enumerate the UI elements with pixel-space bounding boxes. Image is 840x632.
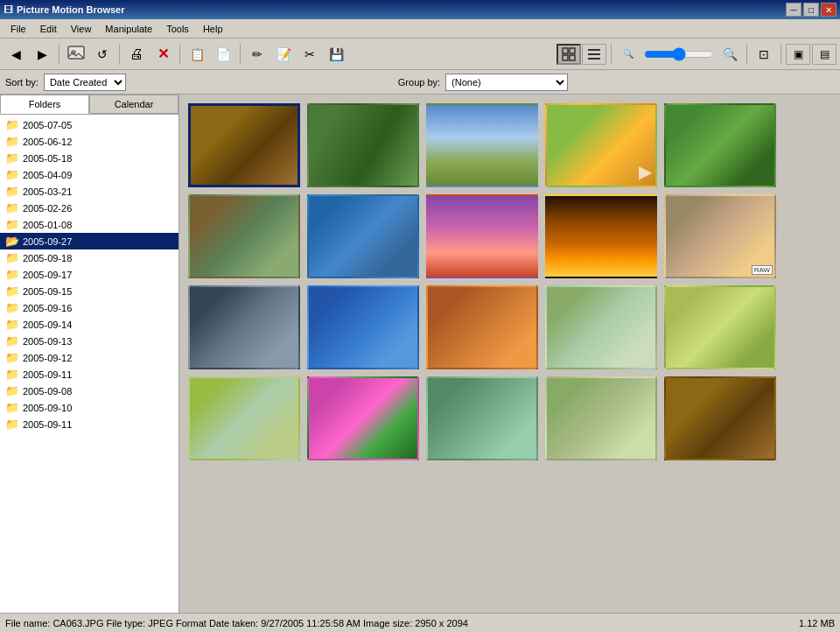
raw-badge: RAW: [752, 265, 773, 275]
folder-item[interactable]: 📁2005-09-15: [0, 283, 178, 299]
folder-icon: 📁: [5, 418, 19, 431]
forward-button[interactable]: ▶: [30, 42, 54, 67]
folder-icon: 📁: [5, 251, 19, 264]
folder-item-selected[interactable]: 📂2005-09-27: [0, 233, 178, 249]
list-view-button[interactable]: [582, 44, 606, 65]
folder-item[interactable]: 📁2005-09-08: [0, 383, 178, 399]
folder-icon: 📁: [5, 384, 19, 397]
thumbnail-10[interactable]: RAW: [664, 194, 776, 278]
sidebar-list[interactable]: 📁2005-07-05 📁2005-06-12 📁2005-05-18 📁200…: [0, 115, 178, 613]
menu-tools[interactable]: Tools: [159, 22, 196, 36]
svg-rect-2: [563, 48, 568, 53]
close-button[interactable]: ✕: [821, 3, 836, 17]
folder-item[interactable]: 📁2005-07-05: [0, 116, 178, 133]
sidebar: Folders Calendar 📁2005-07-05 📁2005-06-12…: [0, 95, 179, 613]
thumbnail-6[interactable]: [188, 194, 300, 278]
folder-item[interactable]: 📁2005-01-08: [0, 216, 178, 233]
folder-icon: 📁: [5, 368, 19, 381]
small-size-button[interactable]: 🔍: [616, 42, 640, 67]
folder-item[interactable]: 📁2005-03-21: [0, 183, 178, 200]
thumbnail-18[interactable]: [426, 376, 538, 460]
menu-edit[interactable]: Edit: [33, 22, 64, 36]
minimize-button[interactable]: ─: [786, 3, 802, 17]
main-area: Folders Calendar 📁2005-07-05 📁2005-06-12…: [0, 95, 840, 613]
thumbnail-2[interactable]: [307, 103, 419, 187]
thumbnail-7[interactable]: [307, 194, 419, 278]
folder-item[interactable]: 📁2005-09-18: [0, 249, 178, 266]
thumbnail-area[interactable]: ▶ RAW: [179, 95, 840, 613]
menu-help[interactable]: Help: [196, 22, 230, 36]
thumbnail-17[interactable]: [307, 376, 419, 460]
folder-item[interactable]: 📁2005-09-14: [0, 316, 178, 333]
thumbnail-16[interactable]: [188, 376, 300, 460]
thumbnail-5[interactable]: [664, 103, 776, 187]
split-view-button[interactable]: ▣: [786, 44, 810, 65]
thumbnail-20[interactable]: [664, 376, 776, 460]
copy-button[interactable]: 📋: [185, 42, 209, 67]
video-badge: ▶: [639, 161, 652, 182]
thumbnail-12[interactable]: [307, 285, 419, 369]
folder-item[interactable]: 📁2005-05-18: [0, 150, 178, 166]
thumbnail-9[interactable]: [545, 194, 657, 278]
folder-item[interactable]: 📁2005-09-16: [0, 299, 178, 316]
export-button[interactable]: 💾: [324, 42, 348, 67]
folder-item[interactable]: 📁2005-09-17: [0, 266, 178, 283]
thumbnail-4[interactable]: ▶: [545, 103, 657, 187]
folder-icon: 📁: [5, 201, 19, 214]
tab-folders[interactable]: Folders: [0, 95, 89, 114]
svg-point-1: [71, 50, 76, 55]
back-button[interactable]: ◀: [4, 42, 28, 67]
rotate-button[interactable]: ↺: [90, 42, 115, 67]
size-slider[interactable]: [644, 47, 714, 61]
folder-item[interactable]: 📁2005-06-12: [0, 133, 178, 150]
thumbnail-13[interactable]: [426, 285, 538, 369]
folder-icon: 📁: [5, 334, 19, 348]
menu-manipulate[interactable]: Manipulate: [98, 22, 159, 36]
folder-item[interactable]: 📁2005-02-26: [0, 200, 178, 216]
thumbnail-14[interactable]: [545, 285, 657, 369]
edit2-button[interactable]: 📝: [271, 42, 296, 67]
delete-button[interactable]: ✕: [150, 42, 175, 67]
folder-icon: 📁: [5, 168, 19, 181]
menu-view[interactable]: View: [64, 22, 99, 36]
grid-view-button[interactable]: [556, 44, 581, 65]
folder-item[interactable]: 📁2005-09-13: [0, 333, 178, 349]
thumbnail-19[interactable]: [545, 376, 657, 460]
paste-button[interactable]: 📄: [211, 42, 235, 67]
view-toggles: [556, 44, 606, 65]
import-button[interactable]: [64, 42, 88, 67]
folder-icon-selected: 📂: [5, 235, 19, 248]
statusbar: File name: CA063.JPG File type: JPEG For…: [0, 613, 840, 632]
folder-icon: 📁: [5, 351, 19, 364]
title-text: Picture Motion Browser: [17, 4, 786, 15]
folder-icon: 📁: [5, 268, 19, 281]
edit1-button[interactable]: ✏: [245, 42, 270, 67]
thumbnail-1[interactable]: [188, 103, 300, 187]
sort-select[interactable]: Date Created File Name File Size Date Mo…: [44, 74, 126, 91]
folder-item[interactable]: 📁2005-04-09: [0, 166, 178, 183]
thumbnail-3[interactable]: [426, 103, 538, 187]
trim-button[interactable]: ✂: [298, 42, 322, 67]
thumbnail-15[interactable]: [664, 285, 776, 369]
titlebar: 🎞 Picture Motion Browser ─ □ ✕: [0, 0, 840, 19]
print-button[interactable]: 🖨: [124, 42, 149, 67]
fullscreen-button[interactable]: ⊡: [752, 42, 776, 67]
strip-view-button[interactable]: ▤: [812, 44, 836, 65]
maximize-button[interactable]: □: [803, 3, 819, 17]
folder-icon: 📁: [5, 318, 19, 331]
thumbnail-8[interactable]: [426, 194, 538, 278]
thumbnail-11[interactable]: [188, 285, 300, 369]
tab-calendar[interactable]: Calendar: [89, 95, 178, 114]
group-label: Group by:: [398, 77, 440, 88]
sidebar-tabs: Folders Calendar: [0, 95, 178, 115]
folder-item[interactable]: 📁2005-09-12: [0, 349, 178, 366]
folder-item[interactable]: 📁2005-09-11: [0, 416, 178, 432]
menu-file[interactable]: File: [4, 22, 33, 36]
large-size-button[interactable]: 🔍: [718, 42, 742, 67]
folder-item[interactable]: 📁2005-09-10: [0, 399, 178, 416]
folder-icon: 📁: [5, 284, 19, 298]
group-select[interactable]: (None) Date Folder Rating: [445, 74, 568, 91]
svg-rect-3: [570, 48, 575, 53]
folder-item[interactable]: 📁2005-09-11: [0, 366, 178, 383]
sort-label: Sort by:: [5, 77, 38, 88]
